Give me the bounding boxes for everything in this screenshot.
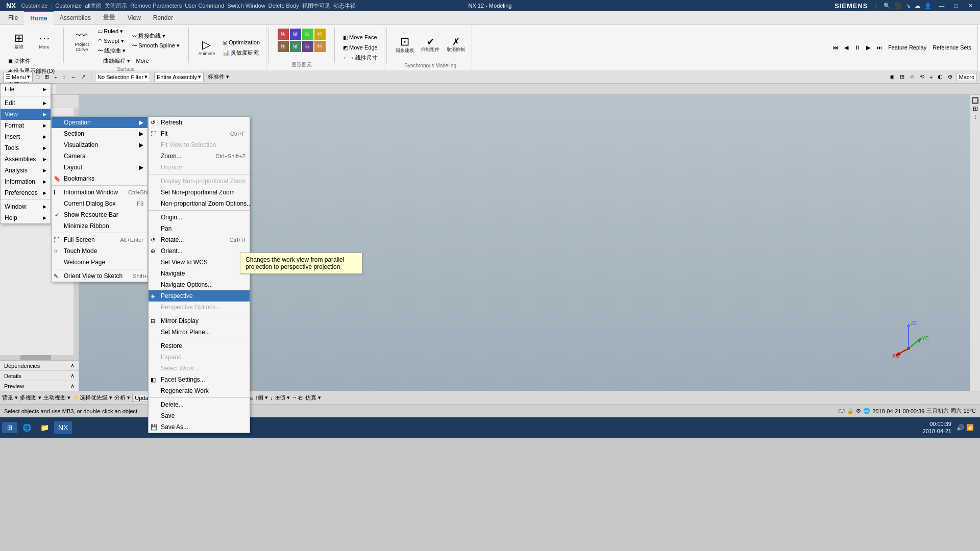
op-navigate-options[interactable]: Navigate Options...	[149, 279, 250, 290]
unsuppress-btn[interactable]: ✗ 取消抑制	[444, 30, 468, 59]
nx-btn[interactable]: NX	[54, 421, 72, 434]
suppress-btn[interactable]: ✔ 抑制组件	[419, 30, 442, 59]
toolbar-btn2[interactable]: ↘	[906, 3, 911, 9]
project-curve-btn[interactable]: 〰 Project Curve	[70, 27, 93, 55]
tab-measure[interactable]: 量量	[97, 11, 121, 24]
cmd-icon-3[interactable]: +	[53, 73, 59, 81]
menu-item-tools[interactable]: Tools ▶	[1, 142, 51, 154]
color-btn-8[interactable]: 约	[314, 41, 326, 52]
op-perspective[interactable]: ◈ Perspective	[149, 290, 250, 302]
toolbar-btn3[interactable]: ☁	[915, 3, 920, 9]
play-fwd-btn[interactable]: ▶	[864, 43, 872, 52]
op-nonprop-options[interactable]: Non-proportional Zoom Options...	[149, 198, 250, 209]
right-icon-1[interactable]: 🔲	[971, 97, 979, 104]
view-icon-5[interactable]: +	[928, 73, 934, 81]
menu-item-help[interactable]: Help ▶	[1, 212, 51, 223]
assembly-dropdown[interactable]: Entire Assembly ▾	[154, 72, 204, 82]
color-btn-4[interactable]: 约	[314, 29, 326, 40]
side-up-btn[interactable]: ↑侧 ▾	[255, 394, 268, 402]
view-icon-7[interactable]: ⊕	[946, 72, 954, 81]
view-info-window[interactable]: ℹ Information Window Ctrl+Shift+S	[52, 187, 148, 198]
op-fit[interactable]: ⛶ Fit Ctrl+F	[149, 128, 250, 139]
cmd-icon-1[interactable]: □	[35, 73, 41, 81]
tab-render[interactable]: Render	[147, 11, 179, 24]
view-touch-mode[interactable]: ☞ Touch Mode	[52, 245, 148, 257]
menu-item-file[interactable]: File ▶	[1, 84, 51, 95]
view-operation[interactable]: Operation ▶	[52, 117, 148, 128]
view-welcome[interactable]: Welcome Page	[52, 257, 148, 268]
grid-btn[interactable]: ⊞侦 ▾	[275, 394, 290, 402]
active-view-btn[interactable]: 主动视图 ▾	[43, 394, 70, 402]
feature-replay-btn[interactable]: Feature Replay	[886, 43, 928, 52]
close-shown-btn[interactable]: 关闭所示	[105, 2, 127, 10]
cmd-icon-2[interactable]: ⊞	[43, 72, 51, 81]
view-show-resource-bar[interactable]: ✓ Show Resource Bar	[52, 209, 148, 220]
tray-icon-1[interactable]: 🔊	[957, 424, 964, 431]
play-prev-btn[interactable]: ⏮	[830, 43, 840, 52]
menu-item-view[interactable]: View ▶	[1, 109, 51, 120]
menu-item-analysis[interactable]: Analysis ▶	[1, 165, 51, 176]
view-icon-1[interactable]: ◉	[888, 72, 896, 81]
bg-btn[interactable]: 背景 ▾	[2, 394, 18, 402]
right-icon-3[interactable]: ↕	[974, 113, 977, 120]
feature-more-btn[interactable]: ⋯ More	[33, 27, 56, 55]
op-zoom[interactable]: Zoom... Ctrl+Shift+Z	[149, 151, 250, 162]
op-rotate[interactable]: ↺ Rotate... Ctrl+R	[149, 234, 250, 245]
delete-body-btn[interactable]: Delete Body	[268, 3, 299, 9]
menu-item-assemblies[interactable]: Assemblies ▶	[1, 154, 51, 165]
op-mirror-display[interactable]: ⊟ Mirror Display	[149, 315, 250, 327]
menu-item-format[interactable]: Format ▶	[1, 120, 51, 131]
standard-part-btn[interactable]: 标准件 ▾	[208, 73, 229, 81]
linear-curve-btn[interactable]: 〜 线控曲 ▾	[95, 46, 128, 55]
user-cmd-btn[interactable]: User Command	[185, 3, 224, 9]
menu-dropdown[interactable]: ☰ Menu ▾	[3, 72, 33, 82]
op-regenerate[interactable]: Regenerate Work	[149, 385, 250, 396]
save-all-btn[interactable]: Customize	[55, 3, 82, 9]
start-btn[interactable]: ⊞	[2, 422, 17, 433]
bottom-scroll-thumb[interactable]	[20, 355, 51, 360]
op-facet-settings[interactable]: ◧ Facet Settings...	[149, 374, 250, 385]
ie-btn[interactable]: 🌐	[18, 421, 35, 434]
op-set-wcs[interactable]: Set View to WCS	[149, 257, 250, 268]
view-bookmarks[interactable]: 🔖 Bookmarks	[52, 173, 148, 184]
menu-item-window[interactable]: Window ▶	[1, 201, 51, 212]
color-btn-2[interactable]: 铺	[290, 29, 301, 40]
menu-item-edit[interactable]: Edit ▶	[1, 97, 51, 109]
op-save[interactable]: Save	[149, 410, 250, 421]
right-btn[interactable]: →右	[292, 394, 303, 402]
minimize-btn[interactable]: —	[936, 3, 947, 9]
move-edge-btn[interactable]: ◩ Move Edge	[341, 43, 380, 52]
view-full-screen[interactable]: ⛶ Full Screen Alt+Enter	[52, 234, 148, 245]
view-icon-4[interactable]: ⟲	[918, 72, 926, 81]
swept-btn[interactable]: ◠ Swept ▾	[95, 36, 128, 45]
tri-btn[interactable]: ≡	[250, 395, 253, 401]
view-visible-btn[interactable]: 视图中可见	[302, 2, 330, 10]
surface-more-btn[interactable]: More	[134, 56, 151, 65]
kuaiti-btn[interactable]: ◼ 块体件	[6, 56, 57, 65]
details-tab[interactable]: Details ∧	[0, 371, 79, 381]
tab-home[interactable]: Home	[24, 11, 53, 24]
move-face-btn[interactable]: ◧ Move Face	[341, 33, 380, 42]
sync-build-btn[interactable]: ⊡ 同步建模	[393, 30, 416, 59]
op-set-nonprop[interactable]: Set Non-proportional Zoom	[149, 187, 250, 198]
selection-filter-dropdown[interactable]: No Selection Filter ▾	[95, 72, 150, 82]
view-icon-6[interactable]: ◐	[936, 72, 944, 81]
cmd-icon-5[interactable]: ↔	[69, 73, 78, 81]
multiview-btn[interactable]: 多视图 ▾	[20, 394, 41, 402]
menu-item-information[interactable]: Information ▶	[1, 176, 51, 187]
tab-assemblies[interactable]: Assemblies	[54, 11, 97, 24]
optimization-btn[interactable]: ◎ Optimization	[220, 38, 262, 47]
play-back-btn[interactable]: ◀	[842, 43, 850, 52]
switch-window-btn[interactable]: Switch Window	[227, 3, 265, 9]
op-orient[interactable]: ⊕ Orient...	[149, 245, 250, 257]
view-camera[interactable]: Camera	[52, 151, 148, 162]
select-priority-btn[interactable]: ⚡选择优先级 ▾	[72, 394, 112, 402]
feature-basic-btn[interactable]: ⊞ 基准	[7, 27, 31, 55]
color-btn-6[interactable]: 铺	[290, 41, 301, 52]
color-btn-7[interactable]: 砖	[302, 41, 313, 52]
cmd-icon-6[interactable]: ↗	[80, 72, 87, 81]
preview-tab[interactable]: Preview ∧	[0, 381, 79, 391]
remove-params-btn[interactable]: Remove Parameters	[130, 3, 182, 9]
sensitivity-btn[interactable]: 📊 灵敏度研究	[220, 48, 262, 57]
tray-icon-2[interactable]: 📶	[966, 424, 974, 431]
